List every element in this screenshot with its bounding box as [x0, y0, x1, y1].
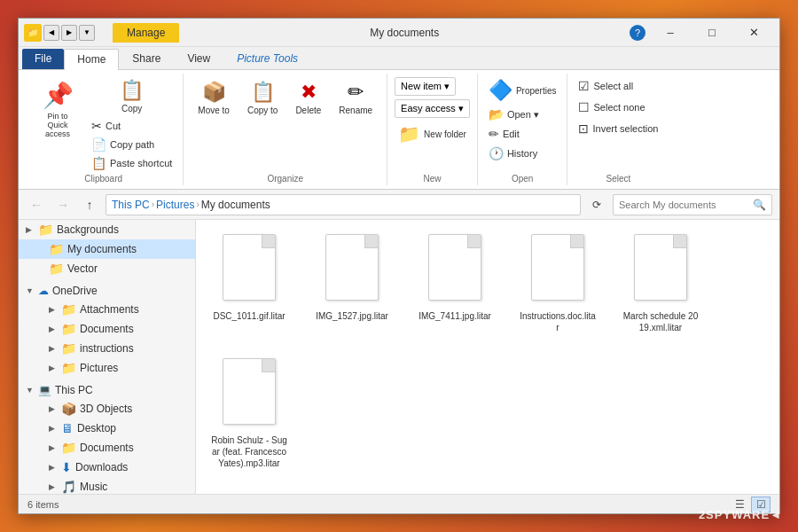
expand-music-icon: ▶ — [49, 482, 58, 491]
search-input[interactable] — [619, 200, 749, 210]
sidebar-item-documents[interactable]: ▶ 📁 Documents — [19, 319, 195, 339]
easy-access-button[interactable]: Easy access ▾ — [395, 99, 470, 118]
invert-selection-button[interactable]: ⊡ Invert selection — [575, 120, 661, 137]
tab-share[interactable]: Share — [119, 48, 174, 69]
file-item[interactable]: DSC_1011.gif.litar — [205, 229, 293, 339]
invert-icon: ⊡ — [578, 121, 589, 136]
tab-view[interactable]: View — [174, 48, 223, 69]
folder-3d-icon: 📦 — [61, 402, 76, 416]
sidebar-item-vector[interactable]: 📁 Vector — [19, 259, 195, 278]
file-page — [325, 234, 379, 301]
file-page — [634, 234, 687, 301]
file-item[interactable]: Robin Schulz - Sugar (feat. Francesco Ya… — [205, 353, 293, 474]
breadcrumb-pictures[interactable]: Pictures — [156, 199, 194, 211]
clipboard-col: 📋 Copy ✂ Cut 📄 Copy path 📋 — [88, 77, 176, 172]
properties-button[interactable]: 🔷 Properties — [485, 77, 560, 104]
copy-path-icon: 📄 — [91, 137, 106, 152]
minimize-button[interactable]: – — [650, 20, 691, 45]
sidebar-item-onedrive[interactable]: ▼ ☁ OneDrive — [19, 282, 195, 300]
refresh-button[interactable]: ⟳ — [586, 194, 607, 215]
sidebar-item-3dobjects[interactable]: ▶ 📦 3D Objects — [19, 399, 195, 419]
copy-path-button[interactable]: 📄 Copy path — [88, 136, 176, 153]
menu-btn[interactable]: ▼ — [79, 25, 95, 41]
file-item[interactable]: IMG_1527.jpg.litar — [308, 229, 396, 339]
sidebar-item-desktop[interactable]: ▶ 🖥 Desktop — [19, 419, 195, 438]
new-item-button[interactable]: New item ▾ — [395, 77, 456, 96]
sidebar-label-this-pc: This PC — [55, 384, 93, 396]
organize-col3: ✖ Delete — [288, 77, 328, 119]
sidebar-label-vector: Vector — [67, 262, 98, 275]
sidebar-label-attachments: Attachments — [80, 303, 139, 316]
sidebar-item-backgrounds[interactable]: ▶ 📁 Backgrounds — [19, 220, 195, 239]
new-folder-icon: 📁 — [398, 123, 420, 145]
window-title: My documents — [179, 27, 630, 39]
tab-picture-tools[interactable]: Picture Tools — [223, 48, 311, 69]
move-label: Move to — [198, 106, 230, 115]
tab-home[interactable]: Home — [64, 49, 119, 70]
breadcrumb-this-pc[interactable]: This PC — [112, 199, 150, 211]
back-button[interactable]: ← — [26, 194, 47, 215]
close-button[interactable]: ✕ — [733, 20, 774, 45]
search-box[interactable]: 🔍 — [613, 194, 772, 215]
sidebar-item-instructions[interactable]: ▶ 📁 instructions — [19, 339, 195, 358]
edit-icon: ✏ — [489, 127, 499, 141]
select-none-label: Select none — [593, 102, 645, 113]
file-icon — [218, 234, 280, 305]
folder-music-icon: 🎵 — [61, 480, 76, 494]
sidebar-item-this-pc[interactable]: ▼ 💻 This PC — [19, 381, 195, 399]
sidebar-item-downloads[interactable]: ▶ ⬇ Downloads — [19, 458, 195, 477]
title-bar-left: 📁 ◀ ▶ ▼ — [19, 24, 95, 42]
forward-button[interactable]: → — [52, 194, 74, 215]
sidebar-item-documents2[interactable]: ▶ 📁 Documents — [19, 438, 195, 458]
edit-button[interactable]: ✏ Edit — [485, 125, 560, 143]
file-page — [223, 234, 276, 301]
tab-file[interactable]: File — [22, 49, 64, 69]
expand-btn[interactable]: ▶ — [61, 25, 77, 41]
paste-group: ✂ Cut 📄 Copy path 📋 Paste shortcut — [88, 117, 176, 172]
rename-button[interactable]: ✏ Rename — [332, 77, 379, 119]
sidebar-label-pictures: Pictures — [80, 362, 118, 374]
select-all-button[interactable]: ☑ Select all — [575, 77, 661, 95]
paste-shortcut-button[interactable]: 📋 Paste shortcut — [88, 154, 176, 172]
sidebar-label-onedrive: OneDrive — [52, 285, 98, 297]
organize-label: Organize — [191, 172, 379, 185]
open-content: 🔷 Properties 📂 Open ▾ ✏ Edit 🕐 History — [485, 74, 560, 172]
sidebar-label-instructions: instructions — [80, 342, 134, 355]
copy-button[interactable]: 📋 Copy — [88, 77, 176, 115]
file-item[interactable]: Instructions.doc.litar — [513, 229, 602, 339]
file-name: IMG_7411.jpg.litar — [419, 310, 491, 322]
file-name: IMG_1527.jpg.litar — [316, 310, 388, 322]
sidebar-item-my-documents[interactable]: 📁 My documents — [19, 239, 195, 259]
move-to-button[interactable]: 📦 Move to — [191, 77, 237, 119]
file-item[interactable]: IMG_7411.jpg.litar — [411, 229, 499, 339]
quick-access-btn[interactable]: ◀ — [43, 25, 59, 41]
history-button[interactable]: 🕐 History — [485, 145, 560, 162]
sidebar-label-3dobjects: 3D Objects — [80, 403, 132, 415]
breadcrumb[interactable]: This PC › Pictures › My documents — [106, 194, 581, 215]
pin-button[interactable]: 📌 Pin to Quick access — [31, 77, 84, 142]
up-button[interactable]: ↑ — [79, 194, 100, 215]
properties-icon: 🔷 — [489, 79, 512, 102]
maximize-button[interactable]: □ — [692, 20, 732, 45]
sidebar-label-my-documents: My documents — [67, 243, 137, 255]
sidebar-label-documents2: Documents — [80, 442, 134, 454]
select-all-label: Select all — [593, 81, 633, 91]
expand-instructions-icon: ▶ — [49, 344, 58, 353]
files-grid: DSC_1011.gif.litar IMG_1527.jpg.litar IM… — [205, 229, 771, 474]
help-button[interactable]: ? — [630, 25, 645, 41]
open-button[interactable]: 📂 Open ▾ — [485, 106, 560, 123]
sidebar-item-attachments[interactable]: ▶ 📁 Attachments — [19, 300, 195, 319]
sidebar-item-music[interactable]: ▶ 🎵 Music — [19, 477, 195, 494]
delete-button[interactable]: ✖ Delete — [288, 77, 328, 119]
ribbon-group-clipboard: 📌 Pin to Quick access 📋 Copy ✂ Cut — [24, 74, 184, 185]
file-item[interactable]: March schedule 2019.xml.litar — [616, 229, 705, 339]
sidebar-item-pictures[interactable]: ▶ 📁 Pictures — [19, 358, 195, 378]
title-bar: 📁 ◀ ▶ ▼ Manage My documents ? – □ ✕ — [19, 19, 779, 47]
copy-to-button[interactable]: 📋 Copy to — [240, 77, 285, 119]
paste-button[interactable]: ✂ Cut — [88, 117, 176, 135]
select-none-button[interactable]: ☐ Select none — [575, 98, 661, 116]
ribbon-group-open: 🔷 Properties 📂 Open ▾ ✏ Edit 🕐 History — [478, 74, 568, 185]
select-label: Select — [575, 172, 661, 185]
new-folder-button[interactable]: 📁 New folder — [395, 121, 470, 146]
manage-tab[interactable]: Manage — [113, 23, 179, 43]
